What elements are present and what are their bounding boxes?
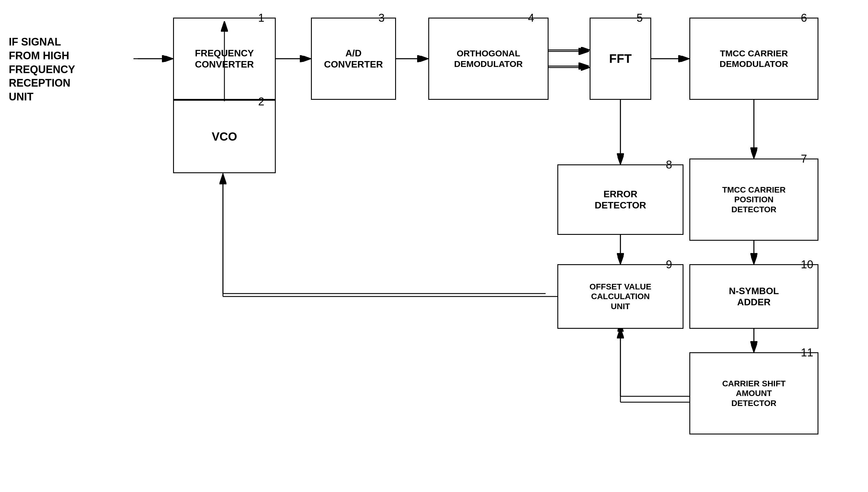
arrows-overlay (0, 0, 868, 492)
block-diagram: IF SIGNALFROM HIGHFREQUENCYRECEPTIONUNIT… (0, 0, 868, 492)
